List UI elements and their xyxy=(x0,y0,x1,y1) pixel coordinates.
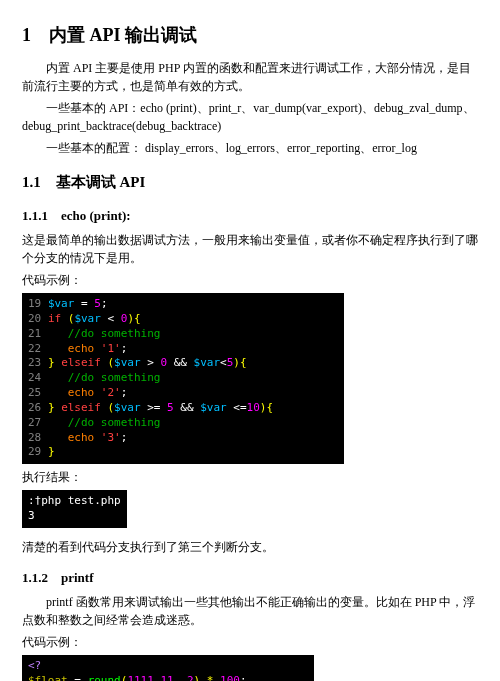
echo-conclusion: 清楚的看到代码分支执行到了第三个判断分支。 xyxy=(22,538,478,556)
heading-1: 1 内置 API 输出调试 xyxy=(22,22,478,49)
heading-1-1-1: 1.1.1 echo (print): xyxy=(22,206,478,226)
code-block-printf: <? $float = round(1111.11, 2) * 100; $in… xyxy=(22,655,314,681)
intro-paragraph-1: 内置 API 主要是使用 PHP 内置的函数和配置来进行调试工作，大部分情况，是… xyxy=(22,59,478,95)
code-example-label-1: 代码示例： xyxy=(22,271,478,289)
result-label-1: 执行结果： xyxy=(22,468,478,486)
intro-paragraph-2: 一些基本的 API：echo (print)、print_r、var_dump(… xyxy=(22,99,478,135)
code-example-label-2: 代码示例： xyxy=(22,633,478,651)
printf-description: printf 函数常用来调试输出一些其他输出不能正确输出的变量。比如在 PHP … xyxy=(22,593,478,629)
heading-1-1-2: 1.1.2 printf xyxy=(22,568,478,588)
output-block-echo: :†php test.php 3 xyxy=(22,490,127,528)
intro-paragraph-3: 一些基本的配置： display_errors、log_errors、error… xyxy=(22,139,478,157)
echo-description: 这是最简单的输出数据调试方法，一般用来输出变量值，或者你不确定程序执行到了哪个分… xyxy=(22,231,478,267)
heading-1-1: 1.1 基本调试 API xyxy=(22,171,478,194)
code-block-echo: 19 $var = 5; 20 if ($var < 0){ 21 //do s… xyxy=(22,293,344,464)
